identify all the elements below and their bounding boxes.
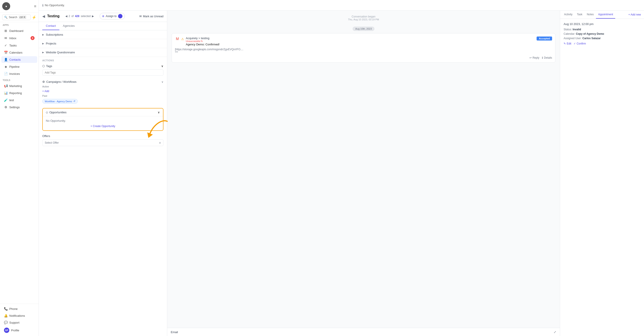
reply-icon: ↩ (530, 56, 532, 59)
opp-icon: ◇ (46, 111, 48, 114)
email-card-header: M ⚠ Acquirely > testing Unsuccessful ↻ A… (175, 36, 552, 46)
sidebar-item-label: Tasks (9, 44, 16, 47)
add-new-button[interactable]: + Add new (627, 11, 642, 18)
assign-to-button[interactable]: ⊕ Assign to (100, 13, 125, 19)
projects-label: Projects (46, 42, 56, 45)
lightning-icon[interactable]: ⚡ (32, 15, 36, 19)
assign-avatar (118, 14, 122, 18)
add-campaign-button[interactable]: + Add (42, 89, 49, 94)
marketing-icon: 📢 (4, 84, 8, 88)
campaigns-section: ⚙ Campaigns / Workflows ∨ Active + Add P… (39, 78, 167, 106)
sidebar: ● ≡ 🔍 Search ctrl K ⚡ Apps ⊞ Dashboard ✉… (0, 0, 39, 336)
mark-unread-button[interactable]: ✉ Mark as Unread (139, 14, 164, 18)
email-from: Acquirely > testing (186, 36, 536, 40)
right-panel: Activity Task Notes Appointment + Add ne… (560, 11, 644, 336)
sidebar-item-invoices[interactable]: 📄 Invoices (1, 70, 37, 77)
sidebar-bottom: 📞 Phone 🔔 Notifications 💬 Support GP Pro… (0, 304, 38, 336)
conversation-started: Conversation began Thu, Aug 10 2023, 03:… (172, 15, 556, 21)
invoices-icon: 📄 (4, 72, 8, 75)
info-icon: ℹ (42, 3, 44, 7)
assigned-label: Assigned User: (564, 37, 582, 40)
sidebar-item-label: Calendars (9, 51, 22, 54)
sidebar-item-dashboard[interactable]: ⊞ Dashboard (1, 27, 37, 34)
pipeline-icon: ◈ (4, 65, 8, 68)
tools-section-label: Tools (0, 77, 38, 82)
campaigns-chevron[interactable]: ∨ (162, 80, 164, 83)
warning-icon: ⚠ (181, 37, 184, 41)
sidebar-top: ● ≡ (0, 0, 38, 13)
sidebar-item-phone[interactable]: 📞 Phone (1, 306, 37, 312)
status-value: Invalid (573, 28, 581, 31)
tasks-icon: ✓ (4, 44, 8, 47)
edit-appointment-button[interactable]: ✎ Edit (564, 42, 571, 45)
sidebar-item-calendars[interactable]: 📅 Calendars (1, 49, 37, 56)
inbox-badge: 0 (30, 36, 34, 40)
calendars-icon: 📅 (4, 51, 8, 54)
sidebar-item-profile[interactable]: GP Profile (1, 326, 37, 335)
sidebar-item-settings[interactable]: ⚙ Settings (1, 104, 37, 110)
right-tabs: Activity Task Notes Appointment + Add ne… (560, 11, 644, 19)
campaigns-title: ⚙ Campaigns / Workflows (42, 80, 76, 83)
confirm-appointment-button[interactable]: ✓ Confirm (574, 42, 586, 45)
tab-task[interactable]: Task (575, 11, 585, 18)
support-icon: 💬 (4, 321, 8, 324)
back-button[interactable]: ◀ (42, 14, 45, 18)
workflow-icon: ↺ (73, 100, 75, 103)
right-body: Aug 10 2023, 12:00 pm Status: Invalid Ca… (560, 19, 644, 336)
email-icons: M ⚠ (175, 36, 184, 41)
sidebar-item-label: test (9, 98, 14, 102)
sidebar-item-reporting[interactable]: 📊 Reporting (1, 90, 37, 96)
sidebar-item-contacts[interactable]: 👤 Contacts (1, 56, 37, 63)
tab-activity[interactable]: Activity (562, 11, 575, 18)
search-label: Search (9, 16, 17, 19)
sidebar-item-label: Marketing (9, 84, 22, 88)
appointment-date: Aug 10 2023, 12:00 pm (564, 22, 640, 26)
sidebar-item-test[interactable]: 🧪 test (1, 97, 37, 103)
next-page-button[interactable]: ▶ (92, 14, 94, 18)
content-wrapper: ◀ Testing ◀ 2 of 428 selected ▶ ⊕ Assign… (39, 11, 644, 336)
tags-chevron[interactable]: ∨ (161, 64, 164, 68)
create-opportunity-button[interactable]: + Create Opportunity (46, 125, 160, 128)
search-box[interactable]: 🔍 Search ctrl K (2, 14, 30, 20)
tab-agencies[interactable]: Agencies (59, 22, 78, 30)
select-offer-dropdown[interactable]: Select Offer ∨ (42, 139, 164, 146)
contact-tabs: Contact Agencies (39, 22, 167, 30)
sidebar-item-support[interactable]: 💬 Support (1, 319, 37, 326)
contact-body: ▶ Subscriptions ▶ Projects ▶ Website Que (39, 30, 167, 336)
sidebar-item-pipeline[interactable]: ◈ Pipeline (1, 63, 37, 70)
sidebar-item-inbox[interactable]: ✉ Inbox 0 (1, 34, 37, 42)
main-content: ℹ No Opportunity. ◀ Testing ◀ 2 of 428 s… (39, 0, 644, 336)
tab-notes[interactable]: Notes (585, 11, 596, 18)
pagination-of: of (71, 14, 74, 18)
plus-icon: ⊕ (102, 14, 104, 18)
contacts-icon: 👤 (4, 58, 8, 61)
opp-title: ◇ Opportunities (46, 111, 66, 114)
sidebar-item-tasks[interactable]: ✓ Tasks (1, 42, 37, 49)
accordion-subscriptions-header[interactable]: ▶ Subscriptions (39, 30, 167, 39)
accordion-projects-header[interactable]: ▶ Projects (39, 39, 167, 48)
expand-icon[interactable]: ⤢ (554, 330, 556, 334)
sidebar-item-label: Phone (9, 307, 18, 311)
sidebar-item-marketing[interactable]: 📢 Marketing (1, 82, 37, 89)
reply-button[interactable]: ↩ Reply (530, 56, 540, 59)
tab-contact[interactable]: Contact (42, 22, 59, 30)
workflow-tag[interactable]: Workflow - Agency Demo ↺ (42, 99, 78, 104)
contact-name: Testing (47, 14, 60, 18)
menu-icon[interactable]: ≡ (34, 4, 36, 9)
accordion-projects: ▶ Projects (39, 39, 167, 48)
offers-section: Offers Select Offer ∨ (39, 133, 167, 149)
email-compose-label: Email (171, 331, 178, 334)
tags-input[interactable] (42, 69, 164, 76)
prev-page-button[interactable]: ◀ (65, 14, 67, 18)
contact-header: ◀ Testing ◀ 2 of 428 selected ▶ ⊕ Assign… (39, 11, 167, 22)
opp-chevron[interactable]: ∨ (158, 111, 160, 114)
edit-icon: ✎ (564, 42, 566, 45)
accordion-website-header[interactable]: ▶ Website Questionnaire (39, 48, 167, 57)
sidebar-item-notifications[interactable]: 🔔 Notifications (1, 312, 37, 319)
sidebar-item-label: Pipeline (9, 65, 20, 68)
details-button[interactable]: ℹ Details (542, 56, 552, 59)
actions-section-label: ACTIONS (39, 57, 167, 63)
subscriptions-label: Subscriptions (46, 33, 63, 36)
sidebar-item-label: Contacts (9, 58, 20, 61)
tab-appointment[interactable]: Appointment (596, 11, 615, 18)
